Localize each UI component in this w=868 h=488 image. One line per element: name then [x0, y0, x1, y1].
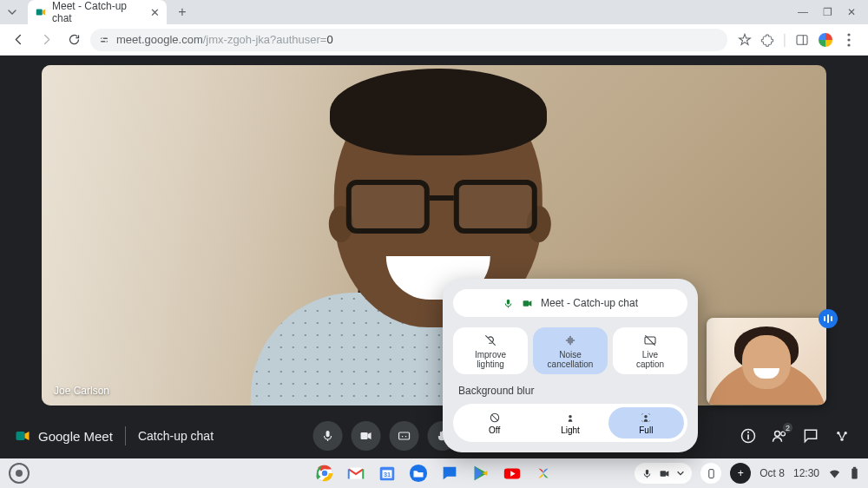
svg-point-14 [569, 415, 572, 419]
meet-brand-text: Google Meet [38, 429, 113, 444]
blur-light-icon [564, 412, 576, 424]
svg-rect-21 [747, 434, 749, 439]
shelf-chevron-down-icon [676, 469, 685, 478]
blur-off-icon [489, 412, 501, 424]
shelf-camera-icon [658, 468, 671, 479]
mic-active-icon [503, 298, 514, 309]
svg-rect-40 [709, 469, 713, 478]
blur-full-label: Full [639, 425, 653, 435]
shelf-mic-icon [641, 468, 653, 479]
browser-tab-strip: Meet - Catch-up chat ✕ + — ❐ ✕ [0, 0, 868, 24]
back-button[interactable] [7, 29, 30, 51]
window-close-button[interactable]: ✕ [845, 6, 858, 18]
svg-rect-0 [36, 10, 43, 16]
shelf-time[interactable]: 12:30 [793, 467, 819, 479]
svg-point-23 [775, 432, 780, 437]
noise-cancel-icon [563, 333, 577, 347]
svg-rect-18 [361, 432, 368, 439]
shelf-chrome-icon[interactable] [315, 464, 334, 483]
noise-cancellation-button[interactable]: Noise cancellation [533, 327, 608, 374]
blur-light-option[interactable]: Light [532, 407, 608, 439]
shelf-date[interactable]: Oct 8 [760, 467, 785, 479]
svg-rect-42 [853, 467, 856, 469]
new-tab-button[interactable]: + [172, 2, 193, 23]
svg-point-3 [102, 37, 103, 39]
blur-full-option[interactable]: Full [608, 407, 684, 439]
meet-favicon-icon [35, 6, 47, 18]
tab-search-button[interactable] [0, 7, 24, 17]
meeting-info-button[interactable] [740, 427, 757, 445]
blur-off-option[interactable]: Off [457, 407, 532, 439]
svg-rect-5 [797, 35, 807, 44]
chrome-menu-button[interactable] [842, 33, 856, 47]
blur-off-label: Off [489, 425, 500, 435]
address-bar: meet.google.com/jmx-zgoh-jka?authuser=0 … [0, 24, 868, 56]
meet-bottom-bar: Google Meet Catch-up chat 2 [0, 413, 868, 458]
extensions-button[interactable] [760, 33, 774, 47]
quick-settings-popup: Meet - Catch-up chat Improve lighting No… [443, 279, 698, 452]
url-text: meet.google.com/jmx-zgoh-jka?authuser=0 [116, 33, 333, 46]
shelf-wifi-icon[interactable] [828, 467, 841, 480]
browser-tab[interactable]: Meet - Catch-up chat ✕ [28, 0, 167, 24]
bookmark-button[interactable] [738, 33, 752, 47]
shelf-gmail-icon[interactable] [346, 464, 365, 483]
meet-logo-icon [14, 427, 31, 445]
svg-point-8 [847, 38, 850, 41]
improve-lighting-button[interactable]: Improve lighting [453, 327, 528, 374]
shelf-calendar-icon[interactable]: 31 [378, 464, 397, 483]
live-caption-button[interactable]: Live caption [613, 327, 687, 374]
svg-point-7 [847, 33, 850, 36]
mute-mic-button[interactable] [313, 421, 343, 451]
shelf-quick-add-button[interactable]: + [730, 463, 751, 484]
tab-title: Meet - Catch-up chat [52, 0, 145, 24]
site-info-icon[interactable] [99, 35, 109, 45]
people-button[interactable]: 2 [771, 427, 788, 445]
svg-point-4 [105, 40, 107, 42]
self-view-tile[interactable] [707, 318, 826, 405]
launcher-button[interactable] [9, 463, 30, 484]
window-maximize-button[interactable]: ❐ [821, 6, 833, 18]
forward-button[interactable] [35, 29, 57, 51]
lighting-off-icon [483, 333, 497, 347]
shelf-files-icon[interactable] [409, 464, 428, 483]
blur-light-label: Light [561, 425, 580, 435]
shelf-media-pill[interactable] [635, 463, 692, 484]
background-blur-segmented: Off Light Full [453, 404, 687, 442]
chat-button[interactable] [802, 427, 819, 445]
people-count-badge: 2 [782, 422, 793, 433]
svg-rect-10 [507, 299, 510, 304]
svg-rect-17 [326, 431, 330, 437]
svg-point-27 [840, 439, 843, 441]
svg-rect-19 [399, 432, 410, 439]
reload-button[interactable] [62, 29, 85, 51]
camera-active-icon [521, 298, 534, 309]
background-blur-label: Background blur [458, 385, 687, 397]
popup-title-pill[interactable]: Meet - Catch-up chat [453, 289, 687, 317]
shelf-youtube-icon[interactable] [503, 464, 522, 483]
svg-rect-38 [646, 469, 648, 474]
url-input[interactable]: meet.google.com/jmx-zgoh-jka?authuser=0 [90, 29, 727, 51]
shelf-battery-icon[interactable] [850, 466, 859, 480]
popup-title-text: Meet - Catch-up chat [541, 297, 638, 309]
divider [125, 426, 126, 445]
shelf-phone-hub-button[interactable] [700, 463, 721, 484]
improve-lighting-label: Improve lighting [475, 350, 506, 369]
noise-cancellation-label: Noise cancellation [548, 350, 594, 369]
captions-button[interactable] [390, 421, 419, 451]
caption-off-icon [643, 333, 657, 347]
speaking-indicator-icon [819, 309, 838, 328]
activities-button[interactable] [833, 427, 851, 445]
shelf-play-icon[interactable] [471, 464, 490, 483]
svg-rect-41 [852, 468, 857, 478]
shelf-photos-icon[interactable] [534, 464, 553, 483]
chromeos-shelf: 31 + Oct 8 12:30 [0, 458, 868, 488]
profile-avatar[interactable] [818, 32, 833, 48]
svg-rect-11 [523, 300, 529, 307]
window-minimize-button[interactable]: — [797, 6, 809, 18]
svg-rect-16 [16, 432, 25, 440]
tab-close-button[interactable]: ✕ [150, 6, 160, 19]
side-panel-button[interactable] [795, 33, 809, 47]
mute-camera-button[interactable] [352, 421, 381, 451]
shelf-messages-icon[interactable] [440, 464, 459, 483]
svg-text:31: 31 [384, 471, 391, 478]
